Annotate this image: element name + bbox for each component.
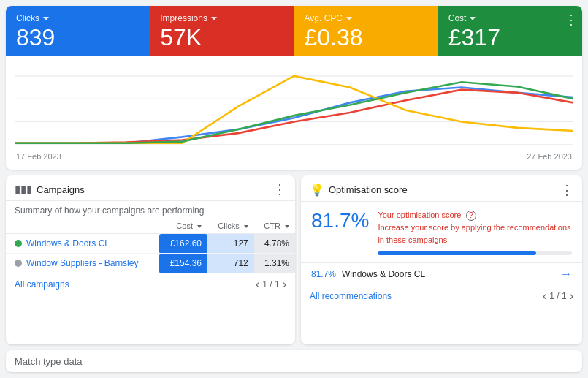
impressions-label: Impressions bbox=[160, 13, 207, 23]
metrics-row: Clicks 839 Impressions 57K Avg. CPC £0.3… bbox=[6, 6, 582, 56]
col-clicks-label: Clicks bbox=[218, 222, 239, 230]
campaign-dot bbox=[15, 240, 22, 247]
cost-sort-icon[interactable] bbox=[197, 225, 202, 228]
campaign-name-cell[interactable]: Window Suppliers - Barnsley bbox=[6, 254, 159, 273]
opt-page-num: 1 / 1 bbox=[549, 291, 566, 301]
metric-tile-impressions[interactable]: Impressions 57K bbox=[150, 6, 294, 56]
metric-label-avg-cpc: Avg. CPC bbox=[305, 13, 428, 23]
bottom-panel-title: Match type data bbox=[15, 356, 83, 367]
col-cost-label: Cost bbox=[176, 222, 193, 230]
info-icon[interactable]: ? bbox=[466, 211, 476, 221]
opt-description: Your optimisation score ? Increase your … bbox=[378, 209, 572, 246]
campaigns-panel: ▮▮▮ Campaigns ⋮ Summary of how your camp… bbox=[6, 175, 295, 344]
cost-dropdown-icon[interactable] bbox=[470, 17, 476, 20]
metric-tile-clicks[interactable]: Clicks 839 bbox=[6, 6, 150, 56]
opt-campaign-arrow-icon[interactable]: → bbox=[560, 268, 572, 281]
bar-chart-icon: ▮▮▮ bbox=[15, 183, 32, 196]
campaign-clicks-cell: 712 bbox=[207, 254, 254, 273]
bottom-row: ▮▮▮ Campaigns ⋮ Summary of how your camp… bbox=[6, 175, 582, 344]
clicks-value: 839 bbox=[16, 25, 140, 50]
metric-label-impressions: Impressions bbox=[160, 13, 283, 23]
campaigns-table: Cost Clicks CTR Windows & bbox=[6, 219, 295, 273]
opt-description-block: Your optimisation score ? Increase your … bbox=[378, 209, 572, 254]
bottom-panel-partial: Match type data bbox=[6, 350, 582, 372]
campaign-ctr-cell: 4.78% bbox=[254, 234, 295, 254]
chart-area: 17 Feb 2023 27 Feb 2023 bbox=[6, 56, 582, 170]
impressions-value: 57K bbox=[160, 25, 283, 50]
table-row: Windows & Doors CL£162.601274.78% bbox=[6, 234, 295, 254]
opt-campaign-row: 81.7% Windows & Doors CL → bbox=[301, 262, 582, 285]
col-header-cost[interactable]: Cost bbox=[159, 219, 207, 234]
all-recommendations-link[interactable]: All recommendations bbox=[310, 291, 392, 301]
col-ctr-label: CTR bbox=[264, 222, 280, 230]
metrics-more-vert-icon[interactable]: ⋮ bbox=[565, 12, 578, 28]
cost-label: Cost bbox=[448, 13, 467, 23]
campaign-dot bbox=[15, 260, 22, 267]
metric-label-cost: Cost bbox=[448, 13, 572, 23]
avg-cpc-value: £0.38 bbox=[305, 25, 428, 50]
clicks-dropdown-icon[interactable] bbox=[43, 17, 49, 20]
clicks-sort-icon[interactable] bbox=[244, 225, 248, 228]
campaigns-page-num: 1 / 1 bbox=[262, 279, 279, 290]
metric-tile-cost[interactable]: Cost £317 ⋮ bbox=[438, 6, 582, 56]
opt-more-vert-icon[interactable]: ⋮ bbox=[560, 184, 573, 197]
campaign-clicks-cell: 127 bbox=[207, 234, 254, 254]
opt-progress-fill bbox=[378, 251, 536, 255]
opt-desc-main: Your optimisation score bbox=[378, 211, 461, 219]
opt-score-row: 81.7% Your optimisation score ? Increase… bbox=[301, 202, 582, 262]
opt-campaign-score: 81.7% bbox=[311, 269, 336, 279]
avg-cpc-dropdown-icon[interactable] bbox=[346, 17, 352, 20]
chart-svg bbox=[15, 61, 573, 148]
metric-label-clicks: Clicks bbox=[16, 13, 140, 23]
col-header-ctr[interactable]: CTR bbox=[254, 219, 295, 234]
optimisation-panel: 💡 Optimisation score ⋮ 81.7% Your optimi… bbox=[301, 175, 582, 344]
campaigns-title-text: Campaigns bbox=[37, 184, 85, 195]
opt-pagination: ‹ 1 / 1 › bbox=[543, 290, 573, 303]
clicks-label: Clicks bbox=[16, 13, 39, 23]
col-header-name bbox=[6, 219, 159, 234]
table-row: Window Suppliers - Barnsley£154.367121.3… bbox=[6, 254, 295, 273]
cost-value: £317 bbox=[448, 25, 572, 50]
campaign-cost-cell: £162.60 bbox=[159, 234, 207, 254]
opt-panel-header: 💡 Optimisation score ⋮ bbox=[301, 175, 582, 202]
opt-next-icon[interactable]: › bbox=[570, 290, 573, 303]
campaigns-panel-title: ▮▮▮ Campaigns bbox=[15, 183, 85, 196]
opt-score-big: 81.7% bbox=[311, 209, 369, 233]
ctr-sort-icon[interactable] bbox=[285, 225, 289, 228]
opt-campaign-name: Windows & Doors CL bbox=[342, 269, 425, 279]
campaigns-more-vert-icon[interactable]: ⋮ bbox=[273, 183, 286, 196]
opt-prev-icon[interactable]: ‹ bbox=[543, 290, 546, 303]
campaigns-next-icon[interactable]: › bbox=[283, 278, 286, 291]
campaign-ctr-cell: 1.31% bbox=[254, 254, 295, 273]
metrics-chart-card: Clicks 839 Impressions 57K Avg. CPC £0.3… bbox=[6, 6, 582, 170]
campaigns-panel-header: ▮▮▮ Campaigns ⋮ bbox=[6, 175, 295, 201]
chart-date-start: 17 Feb 2023 bbox=[16, 152, 61, 161]
opt-panel-title: 💡 Optimisation score bbox=[310, 183, 408, 197]
campaign-name-cell[interactable]: Windows & Doors CL bbox=[6, 234, 159, 254]
campaigns-pagination: ‹ 1 / 1 › bbox=[256, 278, 286, 291]
dashboard: Clicks 839 Impressions 57K Avg. CPC £0.3… bbox=[0, 0, 588, 378]
campaigns-subtitle: Summary of how your campaigns are perfor… bbox=[6, 201, 295, 219]
chart-dates: 17 Feb 2023 27 Feb 2023 bbox=[15, 152, 573, 161]
bulb-icon: 💡 bbox=[310, 183, 324, 197]
table-header-row: Cost Clicks CTR bbox=[6, 219, 295, 234]
metric-tile-avg-cpc[interactable]: Avg. CPC £0.38 bbox=[294, 6, 438, 56]
opt-desc-sub: Increase your score by applying the reco… bbox=[378, 223, 570, 244]
opt-campaign-left: 81.7% Windows & Doors CL bbox=[311, 269, 425, 279]
chart-date-end: 27 Feb 2023 bbox=[527, 152, 572, 161]
col-header-clicks[interactable]: Clicks bbox=[207, 219, 254, 234]
campaigns-panel-footer: All campaigns ‹ 1 / 1 › bbox=[6, 273, 295, 295]
opt-panel-footer: All recommendations ‹ 1 / 1 › bbox=[301, 285, 582, 307]
campaign-cost-cell: £154.36 bbox=[159, 254, 207, 273]
chart-line-avg-cpc bbox=[15, 76, 573, 143]
all-campaigns-link[interactable]: All campaigns bbox=[15, 279, 69, 290]
impressions-dropdown-icon[interactable] bbox=[211, 17, 217, 20]
opt-progress-bar bbox=[378, 251, 572, 255]
campaigns-prev-icon[interactable]: ‹ bbox=[256, 278, 259, 291]
avg-cpc-label: Avg. CPC bbox=[305, 13, 343, 23]
opt-title-text: Optimisation score bbox=[329, 184, 408, 195]
